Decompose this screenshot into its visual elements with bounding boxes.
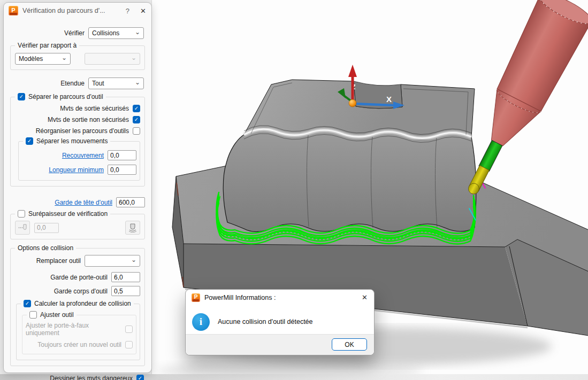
par-rapport-primary-value: Modèles	[19, 55, 43, 63]
garde-tete-input[interactable]	[116, 197, 145, 207]
tool-tip-icon-button	[15, 221, 30, 235]
etendue-label: Etendue	[60, 80, 85, 87]
options-collision-title: Options de collision	[18, 244, 73, 252]
par-rapport-primary-combo[interactable]: Modèles ⌄	[15, 53, 71, 65]
calculer-title: Calculer la profondeur de collision	[34, 300, 131, 307]
calculer-checkbox[interactable]	[24, 300, 31, 307]
panel-titlebar: P Vérification du parcours d'... ? ✕	[4, 3, 151, 19]
verifier-value: Collisions	[92, 29, 119, 37]
axis-x-label: X	[386, 95, 392, 104]
remplacer-outil-combo[interactable]: ⌄	[85, 255, 140, 267]
surepaisseur-group: Surépaisseur de vérification	[10, 214, 145, 239]
nouvel-outil-checkbox	[125, 341, 133, 348]
garde-corps-input[interactable]	[111, 286, 140, 296]
close-icon[interactable]: ✕	[140, 7, 146, 15]
tool-tip-icon	[18, 223, 27, 232]
axis-origin-sphere	[349, 99, 356, 107]
ajuster-porte-a-faux-checkbox	[125, 325, 133, 333]
holder-profile-icon-button[interactable]	[125, 221, 140, 235]
calculer-group: Calculer la profondeur de collision Ajus…	[16, 304, 140, 360]
mouvements-group: Séparer les mouvements Recouvrement Long…	[18, 141, 140, 181]
verification-panel: P Vérification du parcours d'... ? ✕ Vér…	[3, 2, 152, 373]
separer-checkbox[interactable]	[18, 93, 25, 100]
par-rapport-group: Vérifier par rapport à Modèles ⌄ ⌄	[10, 45, 145, 70]
etendue-combo[interactable]: Tout ⌄	[88, 77, 144, 89]
dialog-title: PowerMill Informations :	[204, 294, 283, 301]
close-icon[interactable]: ✕	[362, 293, 368, 301]
separer-group: Séparer le parcours d'outil Mvts de sort…	[10, 97, 145, 187]
separer-title: Séparer le parcours d'outil	[28, 93, 103, 100]
garde-porte-input[interactable]	[111, 272, 140, 282]
surepaisseur-checkbox[interactable]	[18, 210, 25, 218]
dialog-message: Aucune collision d'outil détectée	[218, 318, 313, 325]
mvts-securises-checkbox[interactable]	[133, 105, 140, 112]
recouvrement-link[interactable]: Recouvrement	[62, 152, 104, 159]
dessiner-label: Dessiner les mvts dangereux	[50, 375, 133, 380]
longueur-minimum-link[interactable]: Longueur minimum	[49, 166, 104, 174]
dialog-footer: OK	[186, 334, 374, 355]
help-icon[interactable]: ?	[126, 7, 129, 15]
mvts-securises-label: Mvts de sortie sécurisés	[60, 105, 129, 112]
ajuster-porte-a-faux-label: Ajuster le porte-à-faux uniquement	[26, 322, 121, 337]
ajuster-title: Ajuster outil	[40, 311, 74, 319]
dessiner-checkbox[interactable]	[136, 375, 144, 380]
powermill-icon: P	[192, 293, 200, 302]
options-collision-group: Options de collision Remplacer outil ⌄ G…	[10, 248, 145, 366]
mouvements-checkbox[interactable]	[26, 137, 33, 145]
etendue-value: Tout	[92, 80, 104, 87]
reorganiser-label: Réorganiser les parcours d'outils	[36, 127, 129, 135]
garde-corps-label: Garde corps d'outil	[54, 288, 108, 295]
dialog-titlebar: P PowerMill Informations : ✕	[186, 290, 374, 305]
reorganiser-checkbox[interactable]	[133, 127, 140, 135]
mvts-non-securises-checkbox[interactable]	[133, 116, 140, 123]
mvts-non-securises-label: Mvts de sortie non sécurisés	[48, 116, 129, 123]
garde-porte-label: Garde de porte-outil	[50, 274, 108, 281]
info-icon: i	[192, 313, 210, 331]
surepaisseur-input	[34, 223, 59, 233]
holder-profile-icon	[128, 223, 138, 232]
longueur-minimum-input[interactable]	[108, 165, 136, 175]
ok-button[interactable]: OK	[332, 338, 367, 351]
par-rapport-secondary-combo: ⌄	[85, 53, 140, 65]
mouvements-title: Séparer les mouvements	[36, 137, 108, 145]
powermill-icon: P	[9, 6, 18, 15]
surepaisseur-title: Surépaisseur de vérification	[28, 210, 108, 218]
garde-tete-link[interactable]: Garde de tête d'outil	[55, 199, 112, 206]
nouvel-outil-label: Toujours créer un nouvel outil	[37, 341, 121, 348]
ajuster-group: Ajuster outil Ajuster le porte-à-faux un…	[22, 315, 136, 354]
ajuster-checkbox[interactable]	[29, 311, 37, 319]
panel-title: Vérification du parcours d'...	[22, 7, 126, 14]
boss-wall	[223, 129, 476, 232]
recouvrement-input[interactable]	[108, 150, 136, 160]
info-dialog: P PowerMill Informations : ✕ i Aucune co…	[185, 289, 375, 355]
par-rapport-title: Vérifier par rapport à	[18, 42, 77, 49]
verifier-combo[interactable]: Collisions ⌄	[88, 27, 144, 39]
verifier-label: Vérifier	[64, 29, 85, 37]
remplacer-outil-label: Remplacer outil	[36, 257, 81, 265]
